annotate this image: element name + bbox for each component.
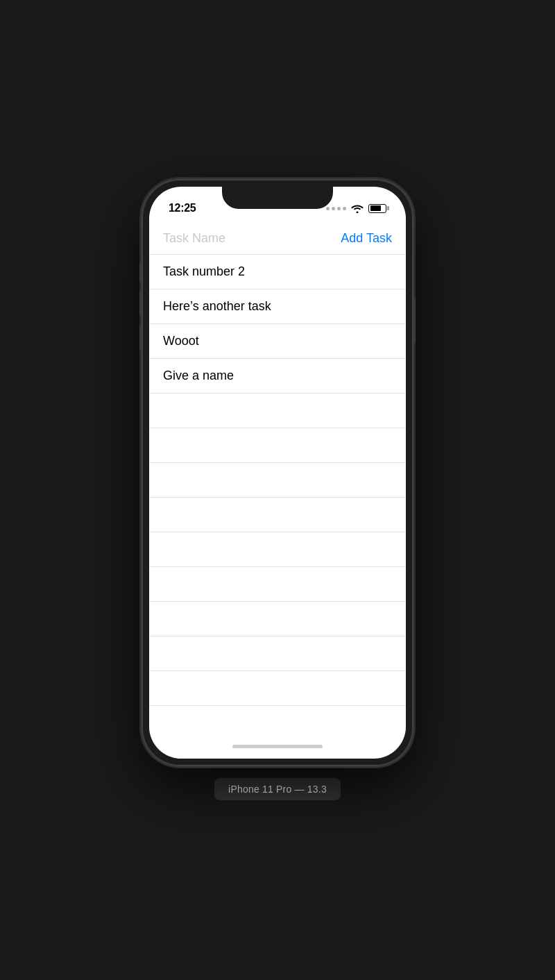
scene: 12:25 — [142, 180, 413, 800]
home-bar — [232, 745, 323, 748]
phone-frame: 12:25 — [142, 180, 413, 766]
power-button — [413, 298, 416, 344]
status-icons — [326, 204, 386, 213]
wifi-icon — [351, 204, 364, 213]
list-item-empty — [149, 498, 406, 532]
list-item-empty — [149, 706, 406, 734]
list-item[interactable]: Here’s another task — [149, 289, 406, 324]
device-label: iPhone 11 Pro — 13.3 — [214, 778, 341, 800]
list-item[interactable]: Wooot — [149, 324, 406, 359]
battery-icon — [368, 204, 386, 213]
list-item-empty — [149, 463, 406, 498]
list-item[interactable]: Give a name — [149, 359, 406, 394]
notch — [222, 187, 333, 209]
task-text: Wooot — [163, 334, 199, 348]
battery-fill — [370, 205, 382, 211]
volume-down-button — [139, 326, 142, 350]
add-task-button[interactable]: Add Task — [341, 231, 392, 246]
signal-dot-3 — [337, 207, 341, 210]
list-item[interactable]: Task number 2 — [149, 255, 406, 289]
task-name-input[interactable]: Task Name — [163, 231, 225, 246]
signal-dot-2 — [332, 207, 335, 210]
header: Task Name Add Task — [149, 221, 406, 255]
home-indicator — [149, 734, 406, 759]
task-text: Give a name — [163, 369, 234, 383]
list-item-empty — [149, 567, 406, 602]
screen: 12:25 — [149, 187, 406, 759]
signal-dot-4 — [343, 207, 346, 210]
task-list: Task number 2 Here’s another task Wooot … — [149, 255, 406, 734]
volume-up-button — [139, 291, 142, 316]
status-time: 12:25 — [169, 202, 196, 214]
app-content: Task Name Add Task Task number 2 Here’s … — [149, 221, 406, 759]
list-item-empty — [149, 428, 406, 463]
signal-dot-1 — [326, 207, 330, 210]
task-text: Here’s another task — [163, 299, 271, 314]
list-item-empty — [149, 602, 406, 636]
list-item-empty — [149, 394, 406, 428]
signal-icon — [326, 207, 346, 210]
list-item-empty — [149, 671, 406, 706]
task-text: Task number 2 — [163, 264, 245, 279]
list-item-empty — [149, 636, 406, 671]
list-item-empty — [149, 532, 406, 567]
silent-button — [139, 263, 142, 282]
